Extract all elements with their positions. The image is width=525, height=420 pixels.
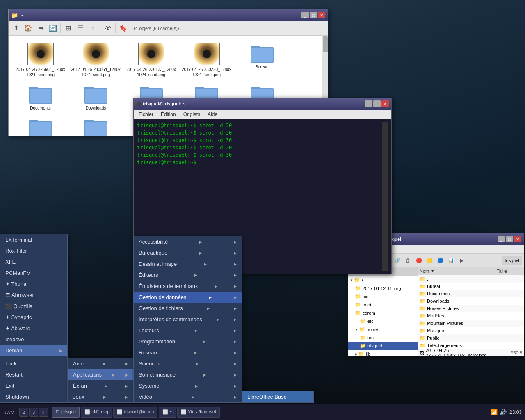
pager-btn-2[interactable]: 2 — [19, 408, 28, 417]
apps-item-son[interactable]: Son et musique ▶ — [134, 369, 242, 380]
apps-item-emulateurs[interactable]: Émulateurs de terminaux ▶ — [134, 281, 242, 292]
file-icon-public[interactable]: Public — [68, 114, 123, 136]
debian-submenu-ecran[interactable]: Écran ▶ — [68, 380, 133, 391]
thunar-close-button[interactable]: ✕ — [318, 12, 325, 18]
menu-item-abrowser[interactable]: ☰ Abrowser — [0, 290, 67, 301]
taskbar-item-3[interactable]: ⬜ ~ — [159, 407, 176, 418]
taskbar-item-1[interactable]: ⬜ el@trisq — [81, 407, 112, 418]
terminal-menu-edition[interactable]: Édition — [158, 111, 179, 118]
thunar-minimize-button[interactable]: _ — [301, 12, 309, 18]
apps-item-interpretes[interactable]: Interprètes de commandes ▶ — [134, 314, 242, 325]
pager-btn-4[interactable]: 4 — [39, 408, 48, 417]
debian-submenu-aide[interactable]: Aide ▶ — [68, 358, 133, 369]
debian-submenu-applications[interactable]: Applications ▶ — [68, 369, 133, 380]
terminal-menu-fichier[interactable]: Fichier — [135, 111, 157, 118]
xfe-tree-item-etc[interactable]: 📁 etc — [348, 317, 418, 325]
menu-item-exit[interactable]: Exit — [0, 380, 67, 391]
menu-item-lxterminal[interactable]: LXTerminal — [0, 234, 67, 245]
xfe-maximize-button[interactable]: □ — [506, 236, 513, 242]
xfe-tree-item-root[interactable]: ▼ 📁 / — [348, 276, 418, 284]
terminal-maximize-button[interactable]: □ — [373, 100, 381, 107]
xfe-tree-item-bin[interactable]: 📁 bin — [348, 292, 418, 301]
file-icon-documents[interactable]: Documents — [13, 81, 68, 114]
xfe-tool-btn-7[interactable]: 🔴 — [414, 256, 424, 265]
xfe-file-item-png1[interactable]: 🖼 2017-04-26-225604_1280x1024_scrot.png … — [418, 349, 524, 356]
menu-item-icedove[interactable]: Icedove — [0, 334, 67, 345]
menu-item-qupzilla[interactable]: ⬛ Qupzilla — [0, 301, 67, 312]
debian-submenu-jeux[interactable]: Jeux ▶ — [68, 391, 133, 402]
apps-item-editeurs[interactable]: Éditeurs ▶ — [134, 269, 242, 281]
xfe-tool-btn-8[interactable]: 🟡 — [425, 256, 434, 265]
xfe-path-dropdown[interactable]: trisquel — [502, 256, 522, 265]
file-icon-img4[interactable]: 2017-04-26-230220_1280x1024_scrot.png — [179, 40, 234, 81]
tray-icon-volume[interactable]: 🔊 — [500, 409, 507, 416]
taskbar-item-2[interactable]: ⬜ trisquel@trisqu — [113, 407, 158, 418]
menu-item-pcmanfm[interactable]: PCManFM — [0, 267, 67, 278]
xfe-file-item-modeles[interactable]: 📁 Modèles — [418, 312, 524, 320]
xfe-minimize-button[interactable]: _ — [498, 236, 505, 242]
xfe-file-item-parent[interactable]: 📁 .. — [418, 275, 524, 283]
thunar-view-detail-button[interactable]: ☰ — [75, 23, 86, 34]
xfe-file-item-public[interactable]: 📁 Public — [418, 334, 524, 342]
xfe-tree-item-boot[interactable]: 📁 boot — [348, 301, 418, 309]
menu-item-abiword[interactable]: ✦ Abiword — [0, 323, 67, 334]
xfe-tree-item-img[interactable]: 📁 2017-04-12-11-img — [348, 284, 418, 292]
thunar-nav-back-button[interactable]: ⬆ — [10, 23, 22, 34]
tray-icon-network[interactable]: 📶 — [491, 409, 498, 416]
apps-item-lecteurs[interactable]: Lecteurs ▶ — [134, 325, 242, 336]
terminal-close-button[interactable]: ✕ — [381, 100, 389, 107]
menu-item-shutdown[interactable]: Shutdown — [0, 391, 67, 402]
xfe-tool-btn-12[interactable]: ⬜ — [467, 256, 477, 265]
file-icon-downloads[interactable]: Downloads — [68, 81, 123, 114]
thunar-bookmarks-button[interactable]: 🔖 — [117, 23, 129, 34]
apps-item-gestion[interactable]: Gestion de données ▶ — [134, 292, 242, 303]
xfe-tree-item-test[interactable]: 📁 test — [348, 333, 418, 342]
taskbar-item-0[interactable]: ☐ [trisque — [52, 407, 80, 418]
xfe-file-item-horses[interactable]: 📁 Horses Pictures — [418, 305, 524, 312]
menu-item-debian[interactable]: Debian — [0, 345, 67, 356]
pager-btn-3[interactable]: 3 — [29, 408, 38, 417]
apps-item-sciences[interactable]: Sciences ▶ — [134, 358, 242, 369]
thunar-sort-button[interactable]: ↕ — [87, 23, 98, 34]
xfe-tool-btn-5[interactable]: 🔗 — [393, 256, 402, 265]
xfe-tree-item-home[interactable]: ▼ 📁 home — [348, 325, 418, 333]
menu-item-roxfiler[interactable]: Rox-Filer — [0, 245, 67, 256]
xfe-file-item-musique[interactable]: 📁 Musique — [418, 327, 524, 334]
apps-item-fichiers[interactable]: Gestion de fichiers ▶ — [134, 303, 242, 314]
file-icon-musique[interactable]: Musique — [13, 114, 68, 136]
xfe-file-item-docs[interactable]: 📁 Documents — [418, 290, 524, 297]
terminal-menu-aide[interactable]: Aide — [204, 111, 221, 118]
xfe-file-item-downloads[interactable]: 📁 Downloads — [418, 297, 524, 305]
menu-item-synaptic[interactable]: ✦ Synaptic — [0, 312, 67, 323]
terminal-minimize-button[interactable]: _ — [365, 100, 372, 107]
xfe-tool-btn-9[interactable]: 🔵 — [435, 256, 445, 265]
apps-item-reseau[interactable]: Réseau ▶ — [134, 347, 242, 358]
xfe-tool-btn-11[interactable]: ▶ — [457, 256, 466, 265]
menu-item-xfe[interactable]: XFE — [0, 256, 67, 267]
terminal-titlebar[interactable]: ⬛ trisquel@trisquel: ~ _ □ ✕ — [134, 98, 391, 110]
menu-item-restart[interactable]: Restart — [0, 369, 67, 380]
apps-item-video[interactable]: Vidéo ▶ — [134, 391, 242, 402]
thunar-titlebar[interactable]: 📁 ~ _ □ ✕ — [9, 9, 328, 21]
thunar-preview-button[interactable]: 👁 — [102, 23, 114, 34]
taskbar-item-4[interactable]: ⬜ Xfe - /home/tri — [177, 407, 220, 418]
apps-item-programmation[interactable]: Programmation ▶ — [134, 336, 242, 347]
file-icon-img2[interactable]: 2017-04-26-230054_1280x1024_scrot.png — [68, 40, 123, 81]
apps-item-systeme[interactable]: Système ▶ — [134, 380, 242, 391]
xfe-tree-item-trisquel[interactable]: 📁 trisquel — [348, 342, 418, 350]
xfe-tree-item-lib[interactable]: ▶ 📁 lib — [348, 350, 418, 356]
taskbar-wm-label[interactable]: JWM — [2, 409, 17, 415]
xfe-col-size-header[interactable]: Taille — [495, 267, 524, 275]
thunar-home-button[interactable]: 🏠 — [23, 23, 34, 34]
apps-item-bureautique[interactable]: Bureautique ▶ — [134, 247, 242, 258]
thunar-maximize-button[interactable]: □ — [310, 12, 317, 18]
file-icon-bureau[interactable]: Bureau — [234, 40, 290, 81]
xfe-tool-btn-6[interactable]: 🗑 — [403, 256, 413, 265]
xfe-tool-btn-10[interactable]: 📊 — [446, 256, 456, 265]
xfe-file-item-mountain[interactable]: 📁 Mountain Pictures — [418, 320, 524, 327]
terminal-menu-onglets[interactable]: Onglets — [180, 111, 203, 118]
apps-item-dessin[interactable]: Dessin et image ▶ — [134, 258, 242, 269]
xfe-col-name-header[interactable]: Nom ▼ — [418, 267, 495, 275]
thunar-forward-button[interactable]: ➡ — [35, 23, 46, 34]
file-icon-img1[interactable]: 2017-04-26-225604_1280x1024_scrot.png — [13, 40, 68, 81]
